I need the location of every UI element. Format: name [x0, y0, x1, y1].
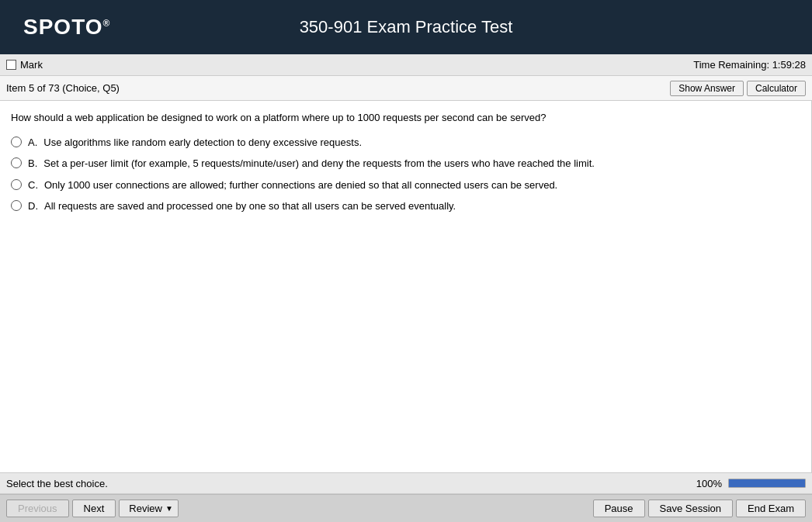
content-area: How should a web application be designed… [0, 101, 812, 472]
option-d-letter: D. [28, 199, 38, 214]
question-header: Item 5 of 73 (Choice, Q5) Show Answer Ca… [0, 76, 812, 101]
option-a-letter: A. [28, 135, 37, 150]
answer-option-d[interactable]: D. All requests are saved and processed … [11, 199, 800, 214]
progress-area: 100% [696, 478, 806, 489]
nav-left: Previous Next Review ▼ [6, 500, 179, 517]
exam-title: 350-901 Exam Practice Test [300, 17, 513, 37]
option-b-letter: B. [28, 156, 37, 171]
app-header: SPOTO® 350-901 Exam Practice Test [0, 0, 812, 54]
answer-option-a[interactable]: A. Use algorithms like random early dete… [11, 135, 800, 150]
nav-right: Pause Save Session End Exam [593, 500, 806, 517]
option-c-text: Only 1000 user connections are allowed; … [44, 178, 557, 193]
status-text: Select the best choice. [6, 478, 108, 489]
answer-option-b[interactable]: B. Set a per-user limit (for example, 5 … [11, 156, 800, 171]
progress-bar-track [728, 479, 806, 488]
end-exam-button[interactable]: End Exam [736, 500, 806, 517]
radio-c[interactable] [11, 179, 22, 190]
question-info: Item 5 of 73 (Choice, Q5) [6, 82, 120, 94]
logo: SPOTO® [23, 15, 110, 40]
review-dropdown-arrow: ▼ [165, 504, 173, 513]
option-a-text: Use algorithms like random early detecti… [43, 135, 362, 150]
option-c-letter: C. [28, 178, 38, 193]
calculator-button[interactable]: Calculator [747, 81, 806, 96]
save-session-button[interactable]: Save Session [648, 500, 734, 517]
radio-d[interactable] [11, 200, 22, 211]
previous-button[interactable]: Previous [6, 500, 69, 517]
question-buttons: Show Answer Calculator [670, 81, 806, 96]
bottom-nav: Previous Next Review ▼ Pause Save Sessio… [0, 494, 812, 522]
radio-b[interactable] [11, 157, 22, 168]
show-answer-button[interactable]: Show Answer [670, 81, 744, 96]
mark-checkbox[interactable] [6, 60, 16, 70]
status-bar: Select the best choice. 100% [0, 472, 812, 494]
question-text: How should a web application be designed… [11, 110, 800, 126]
radio-a[interactable] [11, 137, 22, 147]
option-d-text: All requests are saved and processed one… [44, 199, 456, 214]
mark-label[interactable]: Mark [6, 59, 43, 71]
review-button[interactable]: Review ▼ [119, 500, 179, 517]
time-remaining: Time Remaining: 1:59:28 [693, 59, 806, 71]
answer-option-c[interactable]: C. Only 1000 user connections are allowe… [11, 178, 800, 193]
pause-button[interactable]: Pause [593, 500, 645, 517]
progress-bar-fill [729, 479, 805, 487]
progress-label: 100% [696, 478, 722, 489]
next-button[interactable]: Next [72, 500, 116, 517]
option-b-text: Set a per-user limit (for example, 5 req… [43, 156, 595, 171]
mark-bar: Mark Time Remaining: 1:59:28 [0, 54, 812, 76]
content-wrapper: How should a web application be designed… [0, 101, 812, 472]
